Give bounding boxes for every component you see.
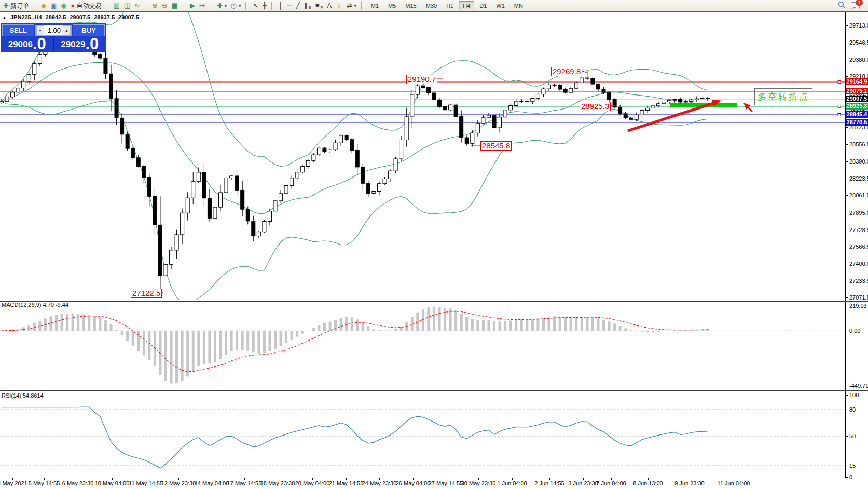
time-tick-mark	[146, 478, 146, 480]
candlestick-button[interactable]: ◫	[122, 1, 132, 10]
gold-button[interactable]: ◆	[39, 1, 48, 10]
line-handle[interactable]	[838, 105, 841, 108]
timeframe-m30[interactable]: M30	[422, 1, 441, 10]
toolbar-group: ▥◫∿	[110, 0, 143, 11]
timeframe-m15[interactable]: M15	[401, 1, 420, 10]
main-chart-panel[interactable]	[0, 0, 845, 304]
price-tick-label: 27566.5	[849, 243, 868, 250]
price-callout-label[interactable]: 29269.8	[551, 67, 582, 76]
trendline-button[interactable]: ╱	[294, 1, 302, 10]
indicators-button[interactable]: ✚▾	[215, 1, 229, 10]
chevron-down-icon[interactable]: ▾	[225, 4, 227, 8]
indicators-icon: ✚	[217, 2, 223, 10]
volume-value[interactable]: 1.00	[45, 26, 62, 34]
text-button[interactable]: A	[325, 1, 334, 10]
price-tick-mark	[845, 386, 848, 386]
macd-panel[interactable]	[0, 307, 845, 384]
channel-icon: ∥	[304, 2, 308, 10]
sell-price[interactable]: 29006.0	[1, 36, 53, 51]
horizontal-line-button[interactable]: ─	[285, 1, 294, 10]
panel-divider[interactable]	[0, 300, 868, 300]
gold-icon: ◆	[41, 2, 46, 10]
toolbar-group: ✚新订单	[0, 0, 32, 11]
chevron-down-icon[interactable]: ▾	[239, 4, 241, 8]
chat-icon[interactable]: 1	[851, 2, 860, 9]
time-tick-mark	[12, 478, 13, 480]
timeframe-m5[interactable]: M5	[384, 1, 400, 10]
main-toolbar: ✚新订单◆▣◉●自动交易▥◫∿⊕⊖▦▶↦✚▾◴▾↖╋│─╱∥E≡FAT⇄▾ M1…	[0, 0, 868, 11]
panel-divider[interactable]	[0, 390, 868, 391]
new-order-button[interactable]: ✚新订单	[1, 1, 31, 11]
toolbar-group: ↖╋	[250, 0, 270, 11]
chart-shift-button[interactable]: ↦	[197, 1, 207, 10]
price-tick-label: 28223.5	[849, 175, 868, 182]
timeframe-mn[interactable]: MN	[510, 1, 527, 10]
pivot-note-text[interactable]: 多空转折点	[754, 88, 812, 105]
timeframe-h1[interactable]: H1	[442, 1, 458, 10]
chevron-down-icon[interactable]: ▾	[354, 4, 356, 8]
line-handle[interactable]	[838, 114, 841, 116]
price-tick-mark	[845, 25, 848, 26]
volume-input[interactable]: ▼ 1.00 ▲	[35, 25, 72, 36]
toolbar-group: ✚▾◴▾	[214, 0, 244, 11]
price-tick-mark	[845, 161, 848, 162]
timeframe-h4[interactable]: H4	[459, 1, 474, 10]
price-tick-mark	[845, 230, 848, 230]
bar-chart-icon: ▥	[113, 2, 119, 10]
time-tick-mark	[178, 478, 179, 480]
volume-decrease-button[interactable]: ▼	[36, 25, 44, 35]
signals-button[interactable]: ◉	[59, 1, 68, 10]
text-label-button[interactable]: T	[334, 2, 345, 10]
panel-divider[interactable]	[0, 389, 868, 389]
price-callout-label[interactable]: 29190.7	[406, 75, 437, 84]
timeframe-d1[interactable]: D1	[475, 1, 491, 10]
autotrading-label: 自动交易	[76, 2, 101, 10]
rsi-label: RSI(14) 54.8614	[2, 392, 44, 399]
ohlc-open: 28942.5	[46, 14, 66, 20]
ohlc-low: 28937.5	[94, 14, 115, 20]
price-callout-label[interactable]: 27122.5	[131, 289, 162, 298]
price-tick-mark	[845, 60, 848, 60]
price-callout-label[interactable]: 28925.3	[580, 102, 611, 111]
panel-divider[interactable]	[0, 301, 868, 302]
toolbar-separator	[245, 2, 248, 10]
clock-button[interactable]: ◴▾	[229, 1, 243, 10]
shapes-button[interactable]: ⇄▾	[345, 1, 359, 10]
cursor-button[interactable]: ↖	[251, 1, 260, 10]
timeframe-m1[interactable]: M1	[367, 1, 383, 10]
timeframe-w1[interactable]: W1	[492, 1, 509, 10]
line-chart-button[interactable]: ∿	[132, 1, 142, 10]
text-icon: A	[327, 2, 332, 10]
volume-increase-button[interactable]: ▲	[63, 25, 71, 35]
time-axis-label: 4 May 2021	[0, 480, 27, 486]
vertical-line-icon: │	[279, 2, 283, 10]
time-tick-mark	[690, 478, 690, 480]
zoom-in-button[interactable]: ⊕	[150, 1, 160, 10]
time-tick-mark	[346, 478, 347, 480]
price-tick-label: 0.00	[849, 328, 868, 334]
candlestick-series[interactable]	[0, 28, 709, 292]
line-handle[interactable]	[838, 81, 841, 84]
buy-price[interactable]: 29029.0	[53, 36, 106, 51]
search-icon[interactable]	[838, 1, 846, 11]
metaeditor-button[interactable]: ▣	[48, 1, 59, 10]
fibonacci-button[interactable]: ≡F	[313, 1, 325, 10]
vertical-line-button[interactable]: │	[277, 1, 285, 10]
price-callout-label[interactable]: 28545.8	[480, 141, 512, 151]
price-chart-canvas[interactable]	[0, 0, 868, 489]
tile-windows-button[interactable]: ▦	[170, 1, 180, 10]
notification-badge: 1	[856, 0, 863, 6]
autotrading-button[interactable]: ●自动交易	[69, 1, 104, 11]
price-tick-mark	[845, 195, 848, 196]
time-tick-mark	[413, 478, 414, 480]
zoom-out-button[interactable]: ⊖	[160, 1, 170, 10]
bar-chart-button[interactable]: ▥	[111, 1, 121, 10]
crosshair-button[interactable]: ╋	[260, 1, 269, 10]
sell-button[interactable]: SELL	[2, 24, 34, 36]
channel-button[interactable]: ∥E	[302, 1, 313, 10]
collapse-panel-icon[interactable]: ▲	[2, 15, 7, 20]
auto-scroll-button[interactable]: ▶	[188, 1, 197, 10]
rsi-panel[interactable]	[0, 407, 845, 468]
macd-signal-line	[2, 311, 708, 372]
tile-windows-icon: ▦	[172, 2, 178, 10]
